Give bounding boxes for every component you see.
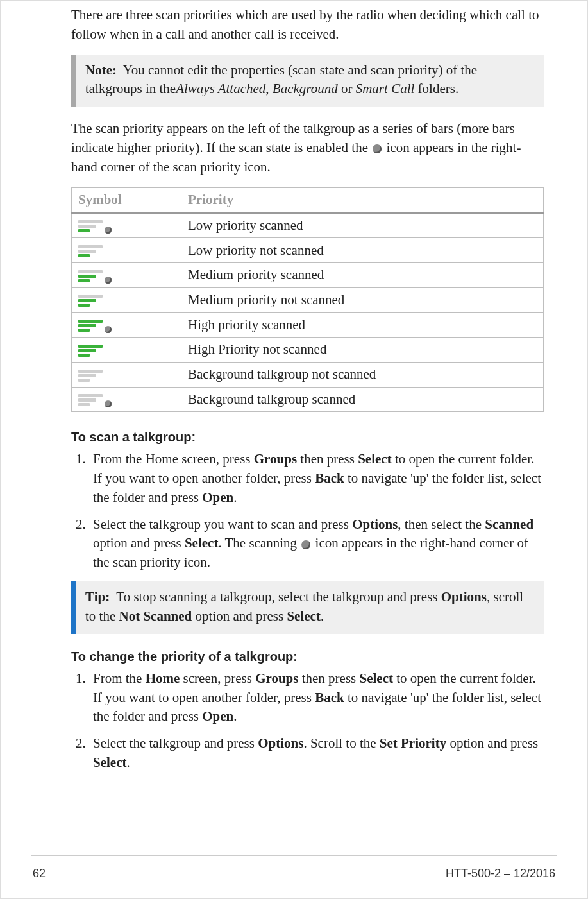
priority-label: High Priority not scanned [181,338,544,363]
table-row: Background talkgroup scanned [72,387,544,412]
tip-callout: Tip: To stop scanning a talkgroup, selec… [71,581,544,634]
priority-label: Low priority not scanned [181,238,544,263]
tip-label: Tip: [85,589,110,604]
high-scanned-icon [78,318,112,333]
page-number: 62 [33,867,46,880]
table-row: High Priority not scanned [72,338,544,363]
step-1: From the Home screen, press Groups then … [89,450,544,507]
priority-label: High priority scanned [181,313,544,338]
priority-steps: From the Home screen, press Groups then … [71,669,544,773]
scan-steps: From the Home screen, press Groups then … [71,450,544,572]
low-notscanned-icon [78,244,112,259]
doc-id: HTT-500-2 – 12/2016 [446,867,555,880]
table-row: Medium priority scanned [72,263,544,288]
step-1: From the Home screen, press Groups then … [89,669,544,726]
bg-notscanned-icon [78,368,112,383]
medium-notscanned-icon [78,293,112,308]
note-callout: Note: You cannot edit the properties (sc… [71,55,544,107]
bg-scanned-icon [78,393,112,407]
step-2: Select the talkgroup and press Options. … [89,734,544,773]
table-row: Low priority scanned [72,212,544,238]
high-notscanned-icon [78,343,112,358]
col-priority: Priority [181,187,544,212]
low-scanned-icon [78,219,112,234]
page-footer: 62 HTT-500-2 – 12/2016 [1,867,587,880]
col-symbol: Symbol [72,187,181,212]
footer-rule [31,855,557,856]
page: There are three scan priorities which ar… [0,0,588,899]
note-text: Note: You cannot edit the properties (sc… [85,61,532,99]
priority-label: Low priority scanned [181,212,544,238]
priority-label: Background talkgroup scanned [181,387,544,412]
tip-text: Tip: To stop scanning a talkgroup, selec… [85,588,532,626]
intro-paragraph: There are three scan priorities which ar… [71,6,544,44]
change-priority-heading: To change the priority of a talkgroup: [71,649,544,664]
content: There are three scan priorities which ar… [71,1,544,773]
table-row: Background talkgroup not scanned [72,362,544,387]
note-label: Note: [85,62,117,78]
priority-label: Medium priority not scanned [181,287,544,313]
scanning-icon [301,540,310,549]
scan-priority-paragraph: The scan priority appears on the left of… [71,119,544,176]
table-row: Medium priority not scanned [72,287,544,313]
step-2: Select the talkgroup you want to scan an… [89,515,544,572]
scan-talkgroup-heading: To scan a talkgroup: [71,430,544,445]
scan-state-icon [373,144,382,153]
table-row: Low priority not scanned [72,238,544,263]
medium-scanned-icon [78,269,112,284]
priority-label: Background talkgroup not scanned [181,362,544,387]
table-row: High priority scanned [72,313,544,338]
priority-label: Medium priority scanned [181,263,544,288]
priority-table: Symbol Priority Low priority scanned Low… [71,187,544,413]
